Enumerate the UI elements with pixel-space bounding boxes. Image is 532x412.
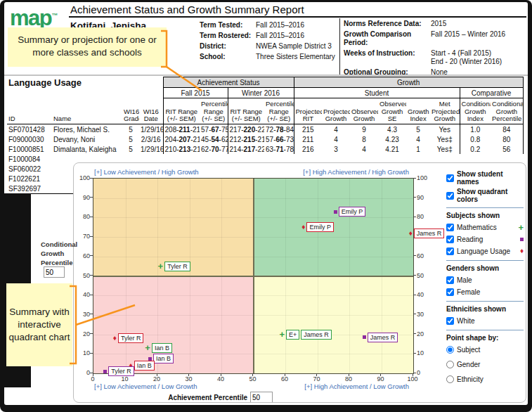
quadrant-plot: Emily P♦Emily P♦James R+Tyler R+E+James … bbox=[93, 178, 414, 374]
tick-mark bbox=[90, 353, 93, 354]
tick-mark bbox=[413, 217, 416, 217]
title-rule bbox=[69, 16, 526, 18]
gender-male-row[interactable]: Male bbox=[446, 275, 524, 285]
chart-point[interactable]: Emily P bbox=[334, 207, 366, 217]
y-tick-label: 100 bbox=[74, 174, 90, 181]
square-marker-icon bbox=[520, 238, 524, 241]
subject-mathematics-row[interactable]: Mathematics + bbox=[446, 222, 524, 232]
point-shape-gender-row[interactable]: Gender bbox=[446, 359, 524, 369]
x-tick-label: 90 bbox=[373, 375, 389, 382]
chart-point[interactable]: James R bbox=[363, 333, 398, 342]
chart-point[interactable]: +Ian B bbox=[145, 343, 172, 353]
show-student-names-checkbox[interactable] bbox=[446, 174, 454, 182]
x-tick-label: 20 bbox=[149, 375, 164, 382]
cell-met: Yes‡ bbox=[430, 144, 460, 154]
subgroup-comparative: Comparative bbox=[460, 88, 523, 98]
term-rostered-label: Term Rostered: bbox=[200, 32, 256, 40]
tick-mark bbox=[188, 373, 189, 376]
point-shape-ethnicity-row[interactable]: Ethnicity bbox=[446, 374, 524, 384]
point-shape-subject-row[interactable]: Subject bbox=[446, 345, 524, 354]
subject-language-usage-row[interactable]: Language Usage ♦ bbox=[446, 246, 524, 256]
y-tick-label: 80 bbox=[74, 213, 90, 220]
show-quadrant-colors-checkbox-row[interactable]: Show quadrant colors bbox=[446, 188, 524, 203]
tick-mark bbox=[413, 255, 416, 256]
tick-mark bbox=[90, 314, 93, 314]
show-student-names-checkbox-row[interactable]: Show student names bbox=[446, 170, 524, 186]
quadrant-chart-panel: [+] Low Achievement / High Growth [+] Hi… bbox=[73, 162, 526, 403]
quadrant-label-bottom-left[interactable]: [+] Low Achievement / Low Growth bbox=[94, 382, 197, 390]
square-marker-icon[interactable] bbox=[103, 370, 107, 373]
subject-radio[interactable] bbox=[446, 346, 454, 354]
point-label: Tyler R bbox=[108, 366, 134, 376]
y-tick-label: 70 bbox=[74, 233, 90, 240]
square-marker-icon[interactable] bbox=[334, 210, 337, 214]
cell-pct-winter: 57-66-73 bbox=[264, 134, 294, 144]
chart-point[interactable]: +E+James R bbox=[279, 330, 331, 340]
diamond-marker-icon[interactable]: ♦ bbox=[409, 231, 413, 236]
weeks-value: Start - 4 (Fall 2015)End - 20 (Winter 20… bbox=[431, 49, 502, 66]
cell-cgp: 80 bbox=[491, 134, 523, 144]
quadrant-label-top-right[interactable]: [+] High Achievement / High Growth bbox=[303, 168, 409, 176]
diamond-marker-icon[interactable]: ♦ bbox=[113, 335, 117, 341]
logo-map-text: map™ bbox=[10, 5, 69, 29]
chart-point[interactable]: Tyler R bbox=[103, 366, 134, 376]
show-quadrant-colors-checkbox[interactable] bbox=[446, 192, 454, 200]
cell-proj-rit: 215 bbox=[294, 124, 322, 135]
white-checkbox[interactable] bbox=[446, 317, 454, 325]
chart-point[interactable]: ♦James R bbox=[409, 228, 445, 238]
tick-mark bbox=[413, 373, 413, 376]
plus-marker-icon[interactable]: + bbox=[279, 331, 285, 337]
x-tick-label: 0 bbox=[85, 375, 100, 382]
quadrant-divider-vertical bbox=[253, 179, 254, 373]
district-label: District: bbox=[200, 42, 256, 51]
y-tick-label: 90 bbox=[74, 194, 90, 201]
plus-marker-icon: + bbox=[518, 224, 524, 231]
y-tick-label: 10 bbox=[74, 349, 90, 356]
square-marker-icon[interactable] bbox=[363, 335, 366, 339]
subject-reading-row[interactable]: Reading bbox=[446, 234, 524, 244]
female-checkbox[interactable] bbox=[446, 288, 454, 296]
x-tick-label: 100 bbox=[405, 375, 420, 382]
genders-shown-title: Genders shown bbox=[446, 264, 524, 272]
plus-marker-icon[interactable]: + bbox=[158, 263, 164, 269]
x-tick-label: 50 bbox=[245, 375, 261, 382]
divider bbox=[446, 330, 524, 330]
cell-date: 1/29/16 bbox=[139, 124, 163, 135]
chart-point[interactable]: ♦Tyler R bbox=[113, 333, 144, 343]
quadrant-label-top-left[interactable]: [+] Low Achievement / High Growth bbox=[94, 168, 199, 176]
cell-date: 2/3/16 bbox=[139, 134, 163, 144]
achievement-percentile-input[interactable] bbox=[250, 392, 273, 403]
y-tick-label: 30 bbox=[74, 311, 90, 318]
terms-block: Term Tested:Fall 2015–2016 Term Rostered… bbox=[200, 21, 335, 63]
cell-growth-index: 1 bbox=[406, 144, 430, 154]
y-tick-label-right: 50 bbox=[417, 272, 433, 279]
cell-date: 1/29/16 bbox=[139, 144, 163, 154]
quadrant-label-bottom-right[interactable]: [+] High Achievement / Low Growth bbox=[304, 382, 409, 390]
conditional-growth-percentile-input[interactable] bbox=[44, 266, 65, 278]
male-checkbox[interactable] bbox=[446, 276, 454, 284]
col-cgi: Conditional Growth Index bbox=[460, 98, 491, 124]
cell-rit-fall: 210-213-216 bbox=[163, 144, 200, 154]
tick-mark bbox=[413, 314, 416, 314]
cell-name: Dimalanta, Kaleigha bbox=[52, 144, 122, 154]
plus-marker-icon[interactable]: + bbox=[145, 345, 150, 351]
ethnicity-radio[interactable] bbox=[446, 375, 454, 383]
gender-female-row[interactable]: Female bbox=[446, 287, 524, 297]
language-usage-checkbox[interactable] bbox=[446, 247, 454, 255]
chart-point[interactable]: ♦Emily P bbox=[301, 222, 334, 232]
point-label: Ian B bbox=[153, 354, 174, 363]
tick-mark bbox=[285, 373, 285, 376]
cell-obs-growth: 8 bbox=[350, 134, 378, 144]
y-tick-label-right: 60 bbox=[417, 252, 433, 259]
cell-id: F1000084 bbox=[7, 154, 52, 164]
mathematics-checkbox[interactable] bbox=[446, 224, 454, 231]
y-tick-label-right: 10 bbox=[417, 349, 433, 356]
cell-met: Yes bbox=[430, 124, 460, 135]
divider bbox=[446, 207, 524, 208]
ethnicity-white-row[interactable]: White bbox=[446, 316, 524, 326]
header-bottom-rule bbox=[4, 75, 528, 76]
gender-radio[interactable] bbox=[446, 361, 454, 368]
diamond-marker-icon[interactable]: ♦ bbox=[301, 224, 305, 230]
reading-checkbox[interactable] bbox=[446, 236, 454, 243]
chart-point[interactable]: +Tyler R bbox=[158, 262, 190, 271]
